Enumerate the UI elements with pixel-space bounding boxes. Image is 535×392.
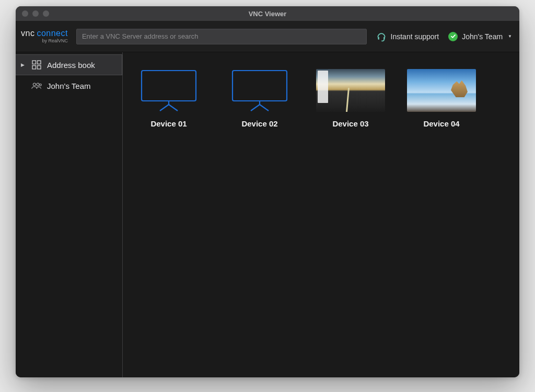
device-label: Device 01 <box>150 119 187 128</box>
brand-subtitle: by RealVNC <box>42 39 68 43</box>
close-icon[interactable] <box>22 10 28 17</box>
svg-point-4 <box>33 83 36 86</box>
team-dropdown[interactable]: John's Team ▼ <box>448 32 512 41</box>
sidebar-item-label: Address book <box>47 61 95 70</box>
window-controls[interactable] <box>16 10 49 17</box>
device-tile[interactable]: Device 02 <box>225 69 294 128</box>
svg-rect-0 <box>32 61 36 64</box>
team-dropdown-label: John's Team <box>462 32 503 41</box>
checkmark-icon <box>448 32 458 41</box>
svg-rect-3 <box>38 66 41 70</box>
svg-point-5 <box>37 83 39 86</box>
instant-support-button[interactable]: Instant support <box>376 31 439 42</box>
sidebar-item-team[interactable]: ▶ John's Team <box>16 75 122 96</box>
svg-rect-7 <box>142 71 196 101</box>
svg-rect-8 <box>232 71 287 101</box>
toolbar: vnc connect by RealVNC Instant support <box>16 21 519 52</box>
device-preview-thumb <box>316 69 385 112</box>
brand-text-connect: connect <box>37 29 68 38</box>
brand-wordmark: vnc connect <box>21 29 68 38</box>
app-body: ▶ Address book ▶ <box>16 52 519 377</box>
svg-point-6 <box>40 84 42 86</box>
headset-icon <box>376 31 387 42</box>
window-title: VNC Viewer <box>16 10 519 18</box>
chevron-down-icon: ▼ <box>508 34 512 39</box>
brand-logo: vnc connect by RealVNC <box>21 29 68 43</box>
monitor-icon <box>134 69 203 112</box>
monitor-icon <box>225 69 294 112</box>
sidebar-item-address-book[interactable]: ▶ Address book <box>16 54 122 75</box>
minimize-icon[interactable] <box>32 10 39 17</box>
device-grid: Device 01 Device 02 Device 03 Devi <box>123 52 519 377</box>
device-tile[interactable]: Device 04 <box>407 69 476 128</box>
device-label: Device 02 <box>241 119 277 128</box>
svg-rect-2 <box>32 66 36 70</box>
people-icon <box>31 82 42 90</box>
device-preview-thumb <box>407 69 476 112</box>
app-window: VNC Viewer vnc connect by RealVNC Instan… <box>16 6 519 377</box>
brand-text-vnc: vnc <box>21 29 34 38</box>
grid-icon <box>31 60 42 70</box>
sidebar-item-label: John's Team <box>47 82 90 90</box>
device-label: Device 04 <box>423 119 459 128</box>
instant-support-label: Instant support <box>391 32 439 41</box>
sidebar: ▶ Address book ▶ <box>16 52 123 377</box>
device-tile[interactable]: Device 03 <box>316 69 385 128</box>
chevron-right-icon: ▶ <box>21 62 26 67</box>
svg-rect-1 <box>38 61 41 64</box>
search-input[interactable] <box>76 29 367 44</box>
zoom-icon[interactable] <box>43 10 49 17</box>
device-tile[interactable]: Device 01 <box>134 69 203 128</box>
device-label: Device 03 <box>332 119 368 128</box>
titlebar: VNC Viewer <box>16 6 519 21</box>
